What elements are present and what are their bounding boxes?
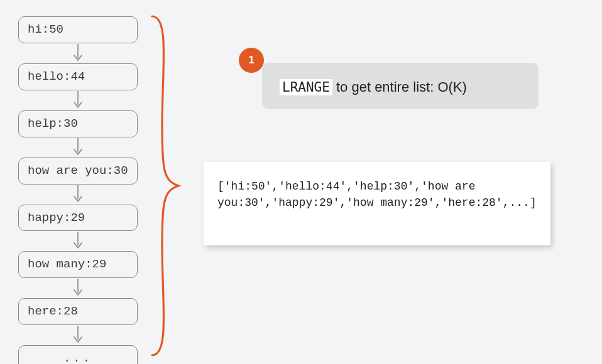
arrow-down-icon [72,185,84,205]
list-node-ellipsis: ... [18,345,138,364]
result-output: ['hi:50','hello:44','help:30','how are y… [204,162,550,245]
list-node: hi:50 [18,16,138,43]
arrow-down-icon [72,43,84,63]
list-node: how many:29 [18,251,138,278]
list-node: happy:29 [18,205,138,232]
arrow-down-icon [72,278,84,298]
code-command: LRANGE [280,79,332,95]
arrow-down-icon [72,90,84,110]
arrow-down-icon [72,231,84,251]
list-node: how are you:30 [18,158,138,185]
arrow-down-icon [72,325,84,345]
list-node: here:28 [18,298,138,325]
list-node: hello:44 [18,63,138,90]
curly-brace-icon [145,13,182,359]
list-node: help:30 [18,110,138,137]
linked-list: hi:50 hello:44 help:30 how are you:30 ha… [15,16,141,364]
callout-text: to get entire list: O(K) [332,79,467,95]
callout-box: LRANGE to get entire list: O(K) [262,63,539,109]
step-badge: 1 [239,48,264,73]
arrow-down-icon [72,137,84,158]
